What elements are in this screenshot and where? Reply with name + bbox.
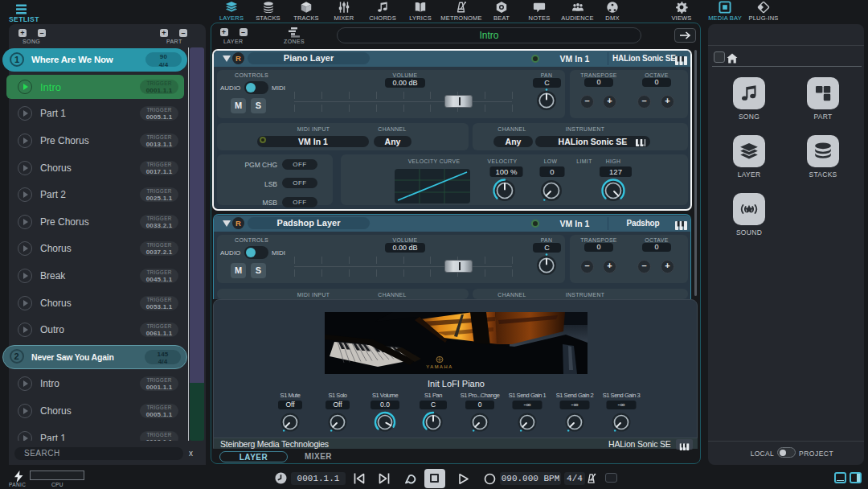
- svg-text:YAMAHA: YAMAHA: [426, 364, 453, 369]
